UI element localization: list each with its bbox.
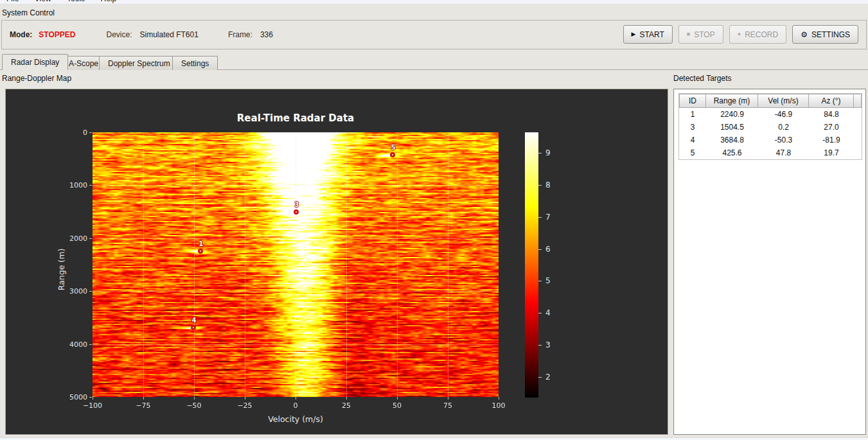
system-control-label: System Control: [2, 8, 55, 17]
y-tick-label: 0: [59, 128, 87, 137]
detected-targets-panel: IDRange (m)Vel (m/s)Az (°) 12240.9-46.98…: [673, 89, 866, 435]
menu-item-view[interactable]: View: [28, 0, 58, 4]
header-cell-stub: [854, 94, 862, 108]
start-button[interactable]: ▶ START: [623, 25, 673, 44]
tab-radar-display[interactable]: Radar Display: [2, 54, 68, 70]
y-axis-label: Range (m): [57, 249, 66, 291]
table-cell: 1: [679, 108, 706, 121]
table-cell: -50.3: [758, 134, 809, 146]
x-tick-mark: [93, 397, 93, 400]
table-cell: 3: [679, 121, 706, 134]
gridline-vertical: [245, 132, 245, 397]
table-row[interactable]: 43684.8-50.3-81.9: [679, 134, 862, 146]
table-cell: -81.9: [809, 134, 854, 146]
menu-item-tools[interactable]: Tools: [60, 0, 91, 4]
plot-panel: Real-Time Radar Data 1345 Velocity (m/s)…: [5, 89, 668, 435]
x-tick-mark: [397, 397, 398, 400]
header-cell-vel-m-s[interactable]: Vel (m/s): [758, 94, 809, 108]
colorbar-tick-mark: [538, 377, 542, 378]
table-cell: 84.8: [809, 108, 854, 121]
gear-icon: ⚙: [801, 31, 808, 39]
y-tick-mark: [89, 397, 92, 398]
target-marker-label: 3: [294, 201, 299, 208]
tab-settings[interactable]: Settings: [172, 56, 218, 70]
device-label: Device:: [106, 30, 132, 39]
mode-label: Mode:: [10, 30, 32, 39]
y-tick-mark: [89, 344, 92, 345]
y-tick-mark: [89, 291, 92, 292]
colorbar-tick-mark: [538, 249, 542, 250]
colorbar-tick-label: 8: [545, 180, 551, 189]
x-tick-label: 25: [342, 401, 351, 410]
colorbar-tick-label: 4: [545, 308, 551, 317]
app-window: { "menu": { "items": ["File", "View", "T…: [0, 0, 868, 440]
colorbar-tick-mark: [538, 185, 542, 186]
system-control-panel: Mode: STOPPED Device: Simulated FT601 Fr…: [1, 20, 867, 49]
target-marker: [198, 249, 203, 254]
x-tick-label: 50: [393, 401, 402, 410]
tab-bar: Radar Display A-Scope Doppler Spectrum S…: [0, 55, 868, 70]
table-row[interactable]: 31504.50.227.0: [679, 121, 862, 134]
record-button[interactable]: ● RECORD: [729, 25, 786, 44]
colorbar-tick-mark: [538, 345, 542, 346]
x-tick-label: 0: [294, 401, 298, 410]
table-cell: -46.9: [758, 108, 809, 121]
y-tick-mark: [89, 132, 92, 133]
y-tick-label: 1000: [59, 181, 87, 189]
mode-value: STOPPED: [39, 30, 75, 39]
x-tick-label: 75: [443, 401, 452, 410]
table-row[interactable]: 5425.647.819.7: [679, 146, 862, 159]
header-cell-az[interactable]: Az (°): [809, 94, 854, 108]
stop-button[interactable]: ■ STOP: [678, 25, 723, 44]
plot-overlay: 1345: [93, 132, 499, 397]
menu-item-help[interactable]: Help: [94, 0, 123, 4]
colorbar-tick-label: 6: [545, 245, 551, 254]
x-tick-label: −75: [136, 401, 150, 410]
x-tick-mark: [499, 397, 499, 400]
gridline-vertical: [296, 132, 296, 397]
target-marker-label: 5: [391, 144, 396, 151]
x-tick-label: −100: [83, 401, 102, 410]
plot-title: Real-Time Radar Data: [93, 112, 499, 124]
x-axis-label: Velocity (m/s): [93, 414, 499, 424]
x-tick-mark: [143, 397, 144, 400]
colorbar: [525, 132, 538, 398]
colorbar-tick-mark: [538, 153, 542, 154]
settings-button-label: SETTINGS: [811, 30, 850, 39]
gridline-vertical: [448, 132, 448, 397]
x-tick-mark: [296, 397, 296, 400]
target-marker-label: 4: [192, 317, 197, 324]
targets-table-header: IDRange (m)Vel (m/s)Az (°): [679, 94, 862, 108]
frame-value: 336: [260, 30, 273, 39]
y-tick-label: 3000: [59, 287, 87, 295]
record-button-label: RECORD: [745, 30, 778, 39]
y-tick-mark: [89, 238, 92, 239]
table-cell: 1504.5: [706, 121, 758, 134]
x-tick-mark: [245, 397, 245, 400]
table-cell: 2240.9: [706, 108, 758, 121]
gridline-horizontal: [93, 185, 499, 186]
x-tick-label: −50: [186, 401, 201, 410]
y-tick-label: 4000: [59, 340, 87, 348]
frame-label: Frame:: [228, 30, 252, 39]
gridline-vertical: [143, 132, 144, 397]
gridline-horizontal: [93, 291, 499, 292]
table-cell: 19.7: [809, 146, 854, 159]
table-cell: 47.8: [758, 146, 809, 159]
gridline-horizontal: [93, 344, 499, 345]
table-cell: 0.2: [758, 121, 809, 134]
play-icon: ▶: [632, 31, 636, 37]
header-cell-range-m[interactable]: Range (m): [706, 94, 758, 108]
tab-doppler-spectrum[interactable]: Doppler Spectrum: [99, 56, 179, 70]
gridline-horizontal: [93, 238, 499, 239]
target-marker: [390, 152, 395, 157]
x-tick-label: −25: [237, 401, 252, 410]
menu-item-file[interactable]: File: [0, 0, 25, 4]
y-tick-label: 5000: [59, 393, 87, 401]
colorbar-tick-label: 5: [545, 276, 551, 285]
settings-button[interactable]: ⚙ SETTINGS: [792, 25, 858, 44]
colorbar-tick-mark: [538, 313, 542, 313]
header-cell-id[interactable]: ID: [679, 94, 706, 108]
y-tick-mark: [89, 185, 92, 186]
table-row[interactable]: 12240.9-46.984.8: [679, 108, 862, 121]
